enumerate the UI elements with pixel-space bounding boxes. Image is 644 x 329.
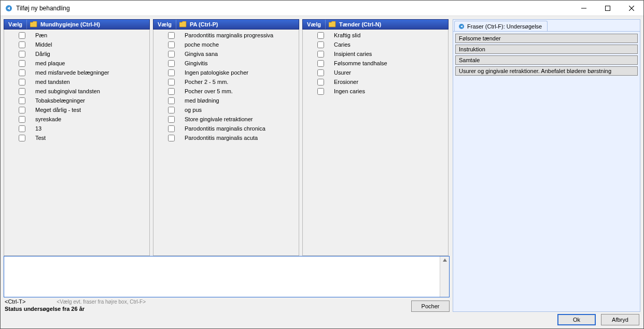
svg-rect-2 <box>606 6 610 10</box>
row-checkbox[interactable] <box>19 79 25 85</box>
list-row[interactable]: Middel <box>4 40 149 49</box>
list-row[interactable]: Pæn <box>4 31 149 40</box>
row-checkbox[interactable] <box>19 51 25 58</box>
folder-icon <box>30 21 37 27</box>
list-row[interactable]: Meget dårlig - test <box>4 105 149 115</box>
hint-ctrl-f: <Vælg evt. fraser fra højre box, Ctrl-F> <box>57 299 146 305</box>
list-row[interactable]: med subgingival tandsten <box>4 87 149 96</box>
list-row[interactable]: Caries <box>303 40 448 49</box>
row-checkbox[interactable] <box>317 41 324 48</box>
list-row[interactable]: Følsomme tandhalse <box>303 59 448 68</box>
row-checkbox[interactable] <box>168 88 175 95</box>
fraser-item[interactable]: Instruktion <box>455 45 638 54</box>
list-row[interactable]: med plaque <box>4 59 149 68</box>
list-row[interactable]: Ingen patologiske pocher <box>153 68 299 77</box>
list-row[interactable]: Kraftig slid <box>303 31 448 40</box>
three-cols: Vælg Mundhygiejne (Ctrl-H) PænMiddelDårl… <box>4 19 450 256</box>
list-row[interactable]: Dårlig <box>4 49 149 59</box>
fraser-item[interactable]: Samtale <box>455 55 638 65</box>
row-checkbox[interactable] <box>168 125 175 132</box>
row-checkbox[interactable] <box>19 107 25 113</box>
list-row[interactable]: syreskade <box>4 115 149 124</box>
row-checkbox[interactable] <box>317 32 324 39</box>
row-checkbox[interactable] <box>168 51 175 58</box>
column-body[interactable]: PænMiddelDårligmed plaquemed misfarvede … <box>4 30 150 256</box>
row-checkbox[interactable] <box>168 135 175 141</box>
afbryd-button[interactable]: Afbryd <box>601 314 639 325</box>
row-checkbox[interactable] <box>168 32 175 39</box>
row-checkbox[interactable] <box>168 60 175 67</box>
row-checkbox[interactable] <box>19 88 25 95</box>
list-row[interactable]: 13 <box>4 124 149 133</box>
row-checkbox[interactable] <box>19 116 25 123</box>
row-checkbox[interactable] <box>317 79 324 85</box>
row-checkbox[interactable] <box>168 107 175 113</box>
list-row[interactable]: Gingivitis <box>153 59 299 68</box>
list-row[interactable]: Parodontitis marginalis acuta <box>153 133 299 142</box>
row-label: med plaque <box>33 60 149 66</box>
app-icon <box>5 4 13 12</box>
header-select[interactable]: Vælg <box>153 20 176 29</box>
row-checkbox[interactable] <box>317 69 324 76</box>
row-checkbox[interactable] <box>168 116 175 123</box>
ok-button[interactable]: Ok <box>557 314 596 325</box>
column-body[interactable]: Parodontitis marginalis progressivapoche… <box>153 30 299 256</box>
list-row[interactable]: Test <box>4 133 149 142</box>
row-checkbox[interactable] <box>168 79 175 85</box>
fraser-tab[interactable]: Fraser (Ctrl-F): Undersøgelse <box>454 21 548 31</box>
maximize-button[interactable] <box>596 1 620 16</box>
row-label: Parodontitis marginalis acuta <box>183 135 299 141</box>
row-checkbox[interactable] <box>19 41 25 48</box>
pocher-button[interactable]: Pocher <box>411 301 450 312</box>
list-row[interactable]: Usurer <box>303 68 448 77</box>
header-select[interactable]: Vælg <box>4 20 27 29</box>
notes-textarea[interactable] <box>4 256 440 297</box>
row-label: Gingiva sana <box>183 51 299 57</box>
status-row: <Ctrl-T> <Vælg evt. fraser fra højre box… <box>4 297 450 312</box>
row-checkbox[interactable] <box>168 97 175 104</box>
column-body[interactable]: Kraftig slidCariesInsipient cariesFølsom… <box>302 30 449 256</box>
row-label: Tobaksbelægninger <box>33 97 149 104</box>
list-row[interactable]: Gingiva sana <box>153 49 299 59</box>
list-row[interactable]: med tandsten <box>4 77 149 87</box>
row-label: Parodontitis marginalis chronica <box>183 125 299 132</box>
list-row[interactable]: Tobaksbelægninger <box>4 96 149 105</box>
list-row[interactable]: Parodontitis marginalis chronica <box>153 124 299 133</box>
dialog-body: Vælg Mundhygiejne (Ctrl-H) PænMiddelDårl… <box>1 16 643 328</box>
list-row[interactable]: Insipient caries <box>303 49 448 59</box>
row-checkbox[interactable] <box>19 60 25 67</box>
row-checkbox[interactable] <box>168 41 175 48</box>
row-label: og pus <box>183 107 299 113</box>
close-button[interactable] <box>620 1 643 16</box>
row-label: Kraftig slid <box>332 32 448 38</box>
row-checkbox[interactable] <box>317 60 324 67</box>
list-row[interactable]: og pus <box>153 105 299 115</box>
row-checkbox[interactable] <box>19 135 25 141</box>
list-row[interactable]: poche moche <box>153 40 299 49</box>
header-select[interactable]: Vælg <box>303 20 326 29</box>
fraser-item[interactable]: Usurer og gingivale retraktioner. Anbefa… <box>455 66 638 76</box>
list-row[interactable]: Parodontitis marginalis progressiva <box>153 31 299 40</box>
list-row[interactable]: Pocher 2 - 5 mm. <box>153 77 299 87</box>
list-row[interactable]: med blødning <box>153 96 299 105</box>
row-checkbox[interactable] <box>19 97 25 104</box>
row-checkbox[interactable] <box>19 125 25 132</box>
fraser-item[interactable]: Følsome tænder <box>455 34 638 43</box>
scroll-up-icon[interactable] <box>440 256 449 297</box>
row-label: Ingen patologiske pocher <box>183 69 299 76</box>
row-checkbox[interactable] <box>317 51 324 58</box>
row-checkbox[interactable] <box>168 69 175 76</box>
row-label: Pocher 2 - 5 mm. <box>183 79 299 85</box>
list-row[interactable]: Store gingivale retraktioner <box>153 115 299 124</box>
header-main[interactable]: PA (Ctrl-P) <box>176 20 299 29</box>
list-row[interactable]: med misfarvede belægninger <box>4 68 149 77</box>
row-checkbox[interactable] <box>19 69 25 76</box>
list-row[interactable]: Ingen caries <box>303 87 448 96</box>
list-row[interactable]: Pocher over 5 mm. <box>153 87 299 96</box>
header-main[interactable]: Tænder (Ctrl-N) <box>326 20 448 29</box>
minimize-button[interactable] <box>572 1 596 16</box>
row-checkbox[interactable] <box>19 32 25 39</box>
row-checkbox[interactable] <box>317 88 324 95</box>
list-row[interactable]: Erosioner <box>303 77 448 87</box>
header-main[interactable]: Mundhygiejne (Ctrl-H) <box>27 20 149 29</box>
